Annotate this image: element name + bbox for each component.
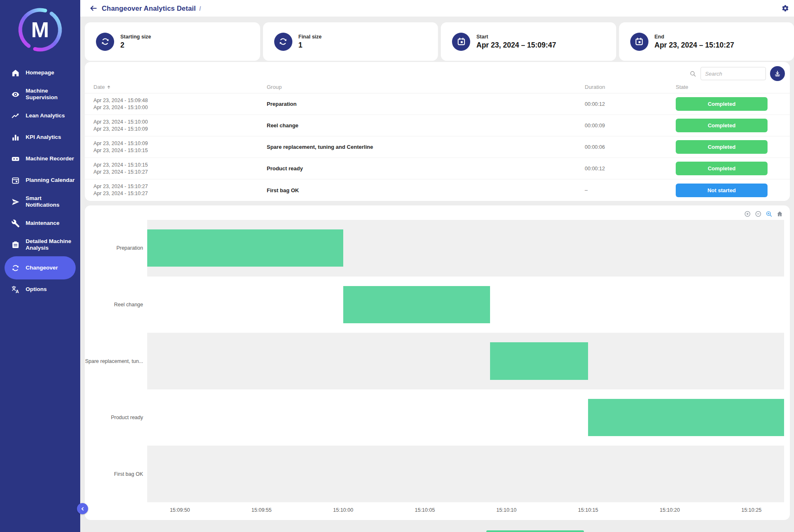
- table-toolbar: [85, 62, 790, 81]
- stat-card-end: EndApr 23, 2024 – 15:10:27: [619, 22, 794, 61]
- sidebar-item-label: Machine Supervision: [26, 88, 76, 101]
- page-header: Changeover Analytics Detail /: [80, 0, 794, 17]
- svg-text:A: A: [16, 289, 19, 293]
- gantt-plot: PreparationReel changeSpare replacement,…: [147, 220, 784, 502]
- column-header-date[interactable]: Date: [93, 84, 267, 90]
- table-row[interactable]: Apr 23, 2024 - 15:10:15Apr 23, 2024 - 15…: [85, 158, 790, 179]
- sidebar-item-label: KPI Analytics: [26, 134, 76, 141]
- settings-button[interactable]: [782, 5, 789, 12]
- duration-cell: 00:00:12: [585, 166, 676, 172]
- x-axis-tick-label: 15:10:10: [496, 507, 517, 513]
- state-cell: Completed: [676, 162, 790, 175]
- sidebar-item-label: Smart Notifications: [26, 195, 76, 208]
- sidebar-item-detailed-machine-analysis[interactable]: Detailed Machine Analysis: [5, 234, 76, 255]
- sidebar-item-lean-analytics[interactable]: Lean Analytics: [5, 105, 76, 126]
- gantt-bar-spare-replacement-tuning-and-centerline[interactable]: [490, 342, 588, 379]
- sidebar-nav: HomepageMachine SupervisionLean Analytic…: [0, 62, 80, 300]
- sidebar-item-label: Homepage: [26, 69, 76, 76]
- gantt-row-band: [147, 446, 784, 502]
- duration-cell: 00:00:09: [585, 123, 676, 129]
- sidebar-item-machine-recorder[interactable]: Machine Recorder: [5, 148, 76, 169]
- date-cell: Apr 23, 2024 - 15:10:27Apr 23, 2024 - 15…: [93, 183, 267, 197]
- wrench-icon: [11, 219, 20, 228]
- stat-card-label: Start: [476, 34, 556, 40]
- bar-chart-icon: [11, 133, 20, 142]
- column-header-group[interactable]: Group: [267, 84, 585, 90]
- recorder-icon: [11, 155, 20, 163]
- sidebar-item-homepage[interactable]: Homepage: [5, 62, 76, 83]
- gantt-bar-product-ready[interactable]: [588, 399, 784, 436]
- stat-card-starting-size: Starting size2: [85, 22, 260, 61]
- date-cell: Apr 23, 2024 - 15:10:09Apr 23, 2024 - 15…: [93, 140, 267, 154]
- search-icon: [689, 70, 696, 77]
- zoom-lens-icon: [765, 210, 772, 217]
- column-header-label: Date: [93, 84, 105, 90]
- zoom-lens-button[interactable]: [765, 210, 772, 217]
- home-icon: [11, 69, 20, 77]
- stat-card-start: StartApr 23, 2024 – 15:09:47: [441, 22, 616, 61]
- download-button[interactable]: [770, 66, 785, 81]
- changeover-icon: [11, 264, 20, 272]
- column-header-label: Group: [267, 84, 282, 90]
- x-axis-tick-label: 15:09:55: [251, 507, 272, 513]
- status-badge: Completed: [676, 119, 768, 132]
- translate-icon: A: [11, 285, 20, 294]
- stat-card-value: Apr 23, 2024 – 15:09:47: [476, 41, 556, 50]
- group-cell: Spare replacement, tuning and Centerline: [267, 144, 585, 150]
- page-title: Changeover Analytics Detail: [102, 5, 196, 12]
- zoom-in-icon: [744, 210, 751, 217]
- sidebar-item-label: Planning Calendar: [26, 177, 76, 184]
- breadcrumb-separator: /: [199, 5, 201, 12]
- sidebar-item-label: Changeover: [26, 265, 76, 271]
- logo-letter: M: [31, 18, 49, 42]
- chart-toolbar: [744, 210, 783, 217]
- sidebar-item-maintenance[interactable]: Maintenance: [5, 212, 76, 234]
- gantt-bar-reel-change[interactable]: [343, 286, 490, 323]
- status-badge: Completed: [676, 162, 768, 175]
- sidebar-item-machine-supervision[interactable]: Machine Supervision: [5, 83, 76, 105]
- sidebar-item-kpi-analytics[interactable]: KPI Analytics: [5, 126, 76, 148]
- stat-card-value: 2: [120, 41, 151, 50]
- group-cell: Reel change: [267, 122, 585, 129]
- stat-card-label: Starting size: [120, 34, 151, 40]
- cycle-icon: [274, 33, 292, 51]
- gantt-bar-preparation[interactable]: [147, 229, 343, 267]
- table-body: Apr 23, 2024 - 15:09:48Apr 23, 2024 - 15…: [85, 93, 790, 201]
- sidebar-item-smart-notifications[interactable]: Smart Notifications: [5, 191, 76, 212]
- duration-cell: –: [585, 187, 676, 193]
- main-content: Changeover Analytics Detail / Starting s…: [80, 0, 794, 532]
- home-reset-icon: [776, 210, 783, 217]
- table-row[interactable]: Apr 23, 2024 - 15:10:09Apr 23, 2024 - 15…: [85, 136, 790, 158]
- y-axis-label: Reel change: [114, 302, 143, 308]
- sidebar-item-changeover[interactable]: Changeover: [5, 256, 76, 279]
- home-reset-button[interactable]: [776, 210, 783, 217]
- table-row[interactable]: Apr 23, 2024 - 15:10:00Apr 23, 2024 - 15…: [85, 115, 790, 136]
- search-input[interactable]: [701, 67, 766, 80]
- zoom-out-icon: [755, 210, 762, 217]
- sidebar-collapse-button[interactable]: [77, 503, 88, 514]
- zoom-out-button[interactable]: [755, 210, 762, 217]
- sidebar-item-planning-calendar[interactable]: Planning Calendar: [5, 169, 76, 191]
- stat-card-label: Final size: [299, 34, 322, 40]
- download-icon: [774, 70, 781, 77]
- sidebar-item-options[interactable]: AOptions: [5, 279, 76, 300]
- back-button[interactable]: [89, 4, 98, 12]
- duration-cell: 00:00:12: [585, 101, 676, 107]
- sort-asc-icon: [106, 85, 111, 90]
- y-axis-label: First bag OK: [114, 471, 143, 477]
- zoom-in-button[interactable]: [744, 210, 751, 217]
- table-header-row: DateGroupDurationState: [85, 81, 790, 93]
- column-header-state[interactable]: State: [676, 84, 790, 90]
- table-row[interactable]: Apr 23, 2024 - 15:10:27Apr 23, 2024 - 15…: [85, 179, 790, 201]
- state-cell: Completed: [676, 97, 790, 111]
- sidebar-item-label: Machine Recorder: [26, 155, 76, 162]
- status-badge: Completed: [676, 97, 768, 111]
- table-row[interactable]: Apr 23, 2024 - 15:09:48Apr 23, 2024 - 15…: [85, 93, 790, 115]
- sidebar-item-label: Lean Analytics: [26, 112, 76, 119]
- gantt-chart-panel: PreparationReel changeSpare replacement,…: [85, 205, 790, 520]
- status-badge: Not started: [676, 184, 768, 197]
- bottom-legend-peek[interactable]: [486, 530, 584, 532]
- column-header-duration[interactable]: Duration: [585, 84, 676, 90]
- calendar-icon: [11, 176, 20, 185]
- x-axis-tick-label: 15:09:50: [170, 507, 190, 513]
